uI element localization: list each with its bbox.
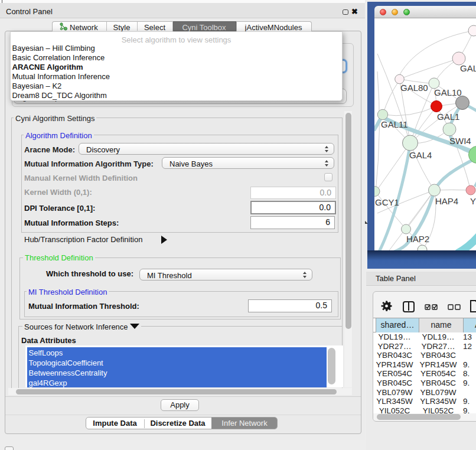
svg-text:SWI4: SWI4 [449,136,471,146]
svg-text:Y: Y [470,196,476,206]
svg-text:HAP2: HAP2 [406,234,429,244]
svg-text:GAL7: GAL7 [460,63,476,73]
svg-text:GAL1: GAL1 [437,112,459,122]
svg-text:GAL4: GAL4 [409,150,432,160]
svg-text:GAL80: GAL80 [400,83,428,93]
svg-text:GAL10: GAL10 [434,87,462,97]
svg-text:GCY1: GCY1 [375,197,399,207]
svg-text:HAP4: HAP4 [435,196,458,206]
svg-text:GAL11: GAL11 [381,119,408,129]
